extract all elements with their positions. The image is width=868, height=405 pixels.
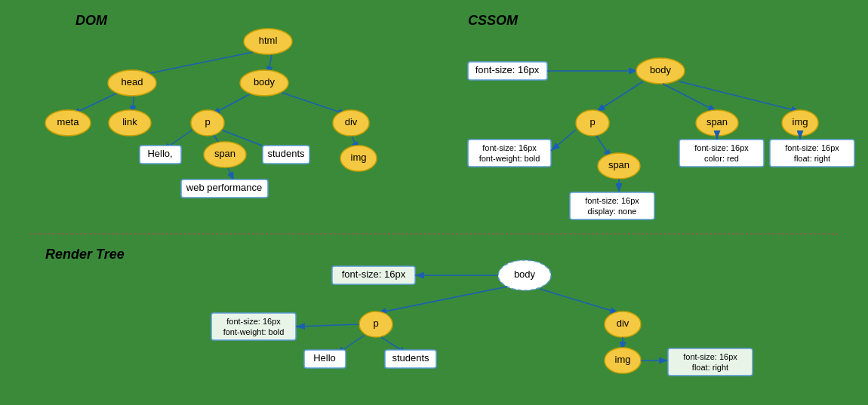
cssom-span1-style-label2: color: red <box>704 154 739 163</box>
cssom-span2-style-label1: font-size: 16px <box>585 196 639 205</box>
render-img-style-label2: float: right <box>692 363 728 372</box>
cssom-p-style-label1: font-size: 16px <box>482 143 537 152</box>
dom-title: DOM <box>75 13 108 28</box>
cssom-title: CSSOM <box>468 13 519 28</box>
render-body-label: body <box>514 268 536 280</box>
cssom-p-label: p <box>589 116 595 127</box>
dom-div-label: div <box>345 116 358 127</box>
render-img-style-label1: font-size: 16px <box>683 352 737 361</box>
dom-link-label: link <box>122 116 137 127</box>
cssom-body-label: body <box>650 64 672 75</box>
svg-rect-3 <box>0 0 868 405</box>
render-students-label: students <box>392 352 429 364</box>
render-body-style-label: font-size: 16px <box>342 268 406 280</box>
cssom-p-style-label2: font-weight: bold <box>479 154 540 163</box>
cssom-span2-style-label2: display: none <box>588 207 637 216</box>
dom-head-label: head <box>122 76 143 87</box>
dom-body-label: body <box>254 76 275 87</box>
dom-hello-label: Hello, <box>147 148 172 159</box>
dom-html-label: html <box>259 35 278 46</box>
cssom-img-label: img <box>793 116 808 127</box>
render-p-style-label1: font-size: 16px <box>226 317 281 326</box>
dom-span-label: span <box>214 148 235 159</box>
render-hello-label: Hello <box>313 352 336 364</box>
render-p-style-label2: font-weight: bold <box>223 327 285 336</box>
render-img-label: img <box>615 354 631 365</box>
cssom-img-style-label1: font-size: 16px <box>785 143 839 152</box>
render-title: Render Tree <box>45 247 125 262</box>
cssom-img-style-label2: float: right <box>794 154 830 163</box>
cssom-span1-style-label1: font-size: 16px <box>694 143 749 152</box>
render-p-label: p <box>373 318 378 329</box>
cssom-span2-label: span <box>608 159 629 170</box>
dom-img-label: img <box>351 152 367 163</box>
dom-webperf-label: web performance <box>186 182 262 193</box>
dom-students-label: students <box>267 148 305 159</box>
cssom-fontsize-body-label: font-size: 16px <box>476 64 540 75</box>
render-div-label: div <box>617 318 629 329</box>
dom-meta-label: meta <box>57 116 80 127</box>
dom-p-label: p <box>205 116 210 127</box>
cssom-span-label: span <box>706 116 728 127</box>
